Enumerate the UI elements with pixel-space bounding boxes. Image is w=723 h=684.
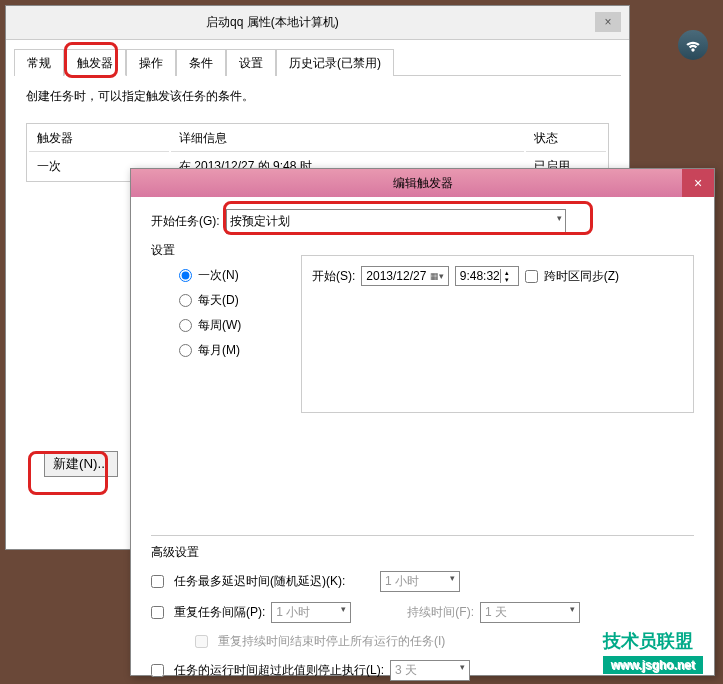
radio-monthly[interactable] [179,344,192,357]
main-tabs: 常规 触发器 操作 条件 设置 历史记录(已禁用) [14,48,621,76]
schedule-panel: 开始(S): 2013/12/27 ▦▾ 9:48:32▴▾ 跨时区同步(Z) [301,255,694,413]
col-status: 状态 [526,126,606,152]
stop-longer-combo[interactable]: 3 天▾ [390,660,470,681]
begin-task-value: 按预定计划 [230,213,290,230]
stop-longer-checkbox[interactable] [151,664,164,677]
new-trigger-button[interactable]: 新建(N)... [44,451,118,477]
radio-once[interactable] [179,269,192,282]
col-trigger: 触发器 [29,126,169,152]
tab-triggers[interactable]: 触发器 [64,49,126,76]
wifi-icon [678,30,708,60]
repeat-combo[interactable]: 1 小时▾ [271,602,351,623]
advanced-header: 高级设置 [151,544,694,561]
duration-combo[interactable]: 1 天▾ [480,602,580,623]
edit-trigger-dialog: 编辑触发器 × 开始任务(G): 按预定计划 ▾ 设置 一次(N) 每天(D) … [130,168,715,676]
begin-task-label: 开始任务(G): [151,213,220,230]
delay-combo[interactable]: 1 小时▾ [380,571,460,592]
spinner-icon[interactable]: ▴▾ [500,269,514,283]
calendar-icon: ▦▾ [430,271,444,281]
begin-task-select[interactable]: 按预定计划 ▾ [226,209,566,234]
edit-title-bar: 编辑触发器 × [131,169,714,197]
start-label: 开始(S): [312,268,355,285]
stop-running-label: 重复持续时间结束时停止所有运行的任务(I) [218,633,445,650]
tab-settings[interactable]: 设置 [226,49,276,76]
tab-actions[interactable]: 操作 [126,49,176,76]
main-title: 启动qq 属性(本地计算机) [206,14,339,31]
edit-title: 编辑触发器 [393,175,453,192]
sync-timezone-checkbox[interactable] [525,270,538,283]
delay-label: 任务最多延迟时间(随机延迟)(K): [174,573,374,590]
repeat-checkbox[interactable] [151,606,164,619]
main-title-bar: 启动qq 属性(本地计算机) × [6,6,629,40]
triggers-description: 创建任务时，可以指定触发该任务的条件。 [26,88,609,105]
tab-history[interactable]: 历史记录(已禁用) [276,49,394,76]
sync-timezone-label: 跨时区同步(Z) [544,268,619,285]
chevron-down-icon: ▾ [557,213,562,230]
repeat-label: 重复任务间隔(P): [174,604,265,621]
stop-running-checkbox [195,635,208,648]
edit-close-button[interactable]: × [682,169,714,197]
radio-weekly[interactable] [179,319,192,332]
advanced-separator [151,535,694,536]
col-detail: 详细信息 [171,126,524,152]
start-date-input[interactable]: 2013/12/27 ▦▾ [361,266,448,286]
delay-checkbox[interactable] [151,575,164,588]
tab-general[interactable]: 常规 [14,49,64,76]
radio-daily[interactable] [179,294,192,307]
tab-conditions[interactable]: 条件 [176,49,226,76]
duration-label: 持续时间(F): [407,604,474,621]
stop-longer-label: 任务的运行时间超过此值则停止执行(L): [174,662,384,679]
main-close-button[interactable]: × [595,12,621,32]
watermark: 技术员联盟 www.jsgho.net [603,629,703,674]
start-time-input[interactable]: 9:48:32▴▾ [455,266,519,286]
